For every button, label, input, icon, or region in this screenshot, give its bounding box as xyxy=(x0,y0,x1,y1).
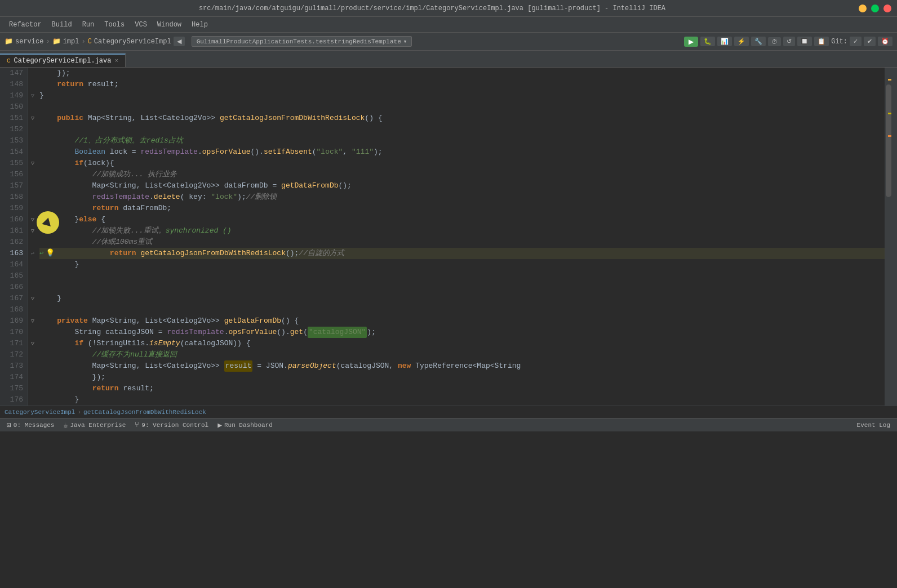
profile-button[interactable]: ⚡ xyxy=(734,37,749,46)
status-bar: ⊡ 0: Messages ☕ Java Enterprise ⑂ 9: Ver… xyxy=(0,418,897,431)
nav-back-button[interactable]: ◀ xyxy=(174,37,185,46)
code-line-167: } xyxy=(39,293,885,304)
menu-build[interactable]: Build xyxy=(47,20,77,30)
fold-176 xyxy=(28,394,37,406)
vertical-scrollbar[interactable] xyxy=(885,68,892,406)
code-line-170: String catalogJSON = redisTemplate.opsFo… xyxy=(39,327,885,338)
java-icon: ☕ xyxy=(63,421,68,430)
fold-166 xyxy=(28,282,37,293)
git-label: Git: xyxy=(831,38,847,46)
git-history[interactable]: ⏰ xyxy=(878,37,892,46)
menu-vcs[interactable]: VCS xyxy=(130,20,152,30)
fold-151[interactable]: ▽ xyxy=(28,113,37,124)
run-dashboard-label: Run Dashboard xyxy=(224,422,273,429)
menu-bar: Refactor Build Run Tools VCS Window Help xyxy=(0,17,897,33)
fold-169[interactable]: ▽ xyxy=(28,315,37,327)
fold-161[interactable]: ▽ xyxy=(28,225,37,237)
nav-tool-2[interactable]: ⏱ xyxy=(768,37,781,46)
code-line-161: //加锁失败...重试。synchronized () xyxy=(39,225,885,237)
fold-148 xyxy=(28,79,37,90)
breadcrumb-class[interactable]: CategoryServiceImpl xyxy=(5,409,75,416)
breadcrumb-method[interactable]: getCatalogJsonFromDbWithRedisLock xyxy=(83,409,206,416)
line-158: 158 xyxy=(0,191,23,203)
run-dashboard-panel[interactable]: ▶ Run Dashboard xyxy=(215,421,275,430)
tab-close-button[interactable]: × xyxy=(114,57,118,64)
code-line-175: return result; xyxy=(39,383,885,394)
event-log-panel[interactable]: Event Log xyxy=(855,422,892,429)
code-line-174: }); xyxy=(39,372,885,383)
code-line-147: }); xyxy=(39,68,885,79)
messages-panel[interactable]: ⊡ 0: Messages xyxy=(5,421,56,430)
nav-tool-4[interactable]: 🔲 xyxy=(797,37,812,46)
fold-160[interactable]: ▽ xyxy=(28,214,37,225)
run-button[interactable]: ▶ xyxy=(684,37,698,47)
fold-152 xyxy=(28,124,37,135)
fold-150 xyxy=(28,101,37,113)
version-control-panel[interactable]: ⑂ 9: Version Control xyxy=(132,421,211,429)
nav-sep-1: › xyxy=(46,38,50,46)
title-bar: src/main/java/com/atguigu/gulimall/produ… xyxy=(0,0,897,17)
line-171: 171 xyxy=(0,338,23,349)
maximize-button[interactable] xyxy=(871,5,879,12)
git-check-2[interactable]: ✔ xyxy=(864,37,876,46)
event-log-label: Event Log xyxy=(857,422,890,429)
fold-175 xyxy=(28,383,37,394)
git-check-1[interactable]: ✓ xyxy=(850,37,862,46)
nav-class-icon: C xyxy=(88,38,92,46)
nav-class[interactable]: CategoryServiceImpl xyxy=(94,38,171,46)
code-line-171: if (!StringUtils.isEmpty(catalogJSON)) { xyxy=(39,338,885,349)
menu-help[interactable]: Help xyxy=(187,20,212,30)
fold-155[interactable]: ▽ xyxy=(28,158,37,169)
run-icon: ▶ xyxy=(217,421,222,430)
line-163: 163 xyxy=(0,248,23,259)
code-line-159: return dataFromDb; xyxy=(39,203,885,214)
nav-impl[interactable]: impl xyxy=(63,38,79,46)
nav-tool-1[interactable]: 🔧 xyxy=(751,37,766,46)
run-config-dropdown[interactable]: GulimallProductApplicationTests.teststri… xyxy=(192,36,412,47)
java-enterprise-panel[interactable]: ☕ Java Enterprise xyxy=(61,421,128,430)
nav-breadcrumb: 📁 service › 📁 impl › C CategoryServiceIm… xyxy=(5,37,171,46)
minimize-button[interactable] xyxy=(859,5,867,12)
tab-category-service-impl[interactable]: C CategoryServiceImpl.java × xyxy=(0,54,126,67)
fold-170 xyxy=(28,327,37,338)
debug-button[interactable]: 🐛 xyxy=(700,37,715,46)
window-controls xyxy=(859,5,891,12)
line-152: 152 xyxy=(0,124,23,135)
fold-167[interactable]: ▽ xyxy=(28,293,37,304)
nav-right-tools: ▶ 🐛 📊 ⚡ 🔧 ⏱ ↺ 🔲 📋 Git: ✓ ✔ ⏰ xyxy=(684,37,892,47)
menu-tools[interactable]: Tools xyxy=(100,20,129,30)
menu-refactor[interactable]: Refactor xyxy=(5,20,46,30)
close-button[interactable] xyxy=(883,5,891,12)
code-line-168 xyxy=(39,304,885,315)
code-editor[interactable]: }); return result; } public Map<String, … xyxy=(37,68,885,406)
fold-147 xyxy=(28,68,37,79)
nav-sep-2: › xyxy=(81,38,85,46)
nav-folder-icon-2: 📁 xyxy=(52,37,61,46)
tab-bar: C CategoryServiceImpl.java × xyxy=(0,51,897,68)
cursor-indicator xyxy=(37,211,59,234)
nav-service[interactable]: service xyxy=(15,38,43,46)
fold-163: ↩ xyxy=(28,248,37,259)
coverage-button[interactable]: 📊 xyxy=(717,37,732,46)
code-line-164: } xyxy=(39,259,885,270)
line-170: 170 xyxy=(0,327,23,338)
version-control-label: 9: Version Control xyxy=(141,422,208,429)
line-162: 162 xyxy=(0,237,23,248)
scrollbar-thumb[interactable] xyxy=(886,84,891,197)
code-line-176: } xyxy=(39,394,885,406)
fold-171[interactable]: ▽ xyxy=(28,338,37,349)
nav-tool-5[interactable]: 📋 xyxy=(814,37,829,46)
run-config-label: GulimallProductApplicationTests.teststri… xyxy=(197,38,401,45)
menu-run[interactable]: Run xyxy=(78,20,99,30)
breadcrumb-sep: › xyxy=(77,409,81,416)
code-line-166 xyxy=(39,282,885,293)
line-176: 176 xyxy=(0,394,23,406)
line-156: 156 xyxy=(0,169,23,180)
line-165: 165 xyxy=(0,270,23,282)
line-157: 157 xyxy=(0,180,23,191)
line-149: 149 xyxy=(0,90,23,101)
nav-tool-3[interactable]: ↺ xyxy=(783,37,795,46)
scroll-marker-2 xyxy=(888,113,891,114)
menu-window[interactable]: Window xyxy=(153,20,186,30)
fold-159 xyxy=(28,203,37,214)
